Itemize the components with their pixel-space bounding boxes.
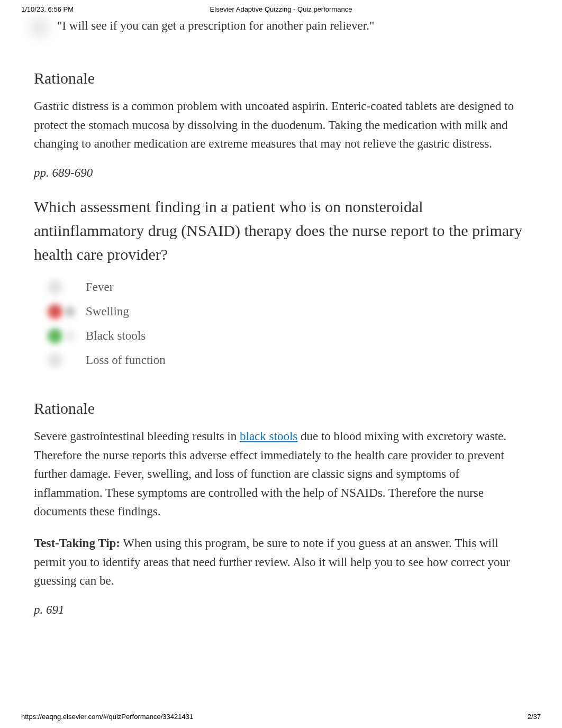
print-url: https://eaqng.elsevier.com/#/quizPerform… [21, 713, 193, 721]
q2-option-black-stools[interactable]: Black stools [34, 329, 528, 343]
q2-option-swelling[interactable]: Swelling [34, 304, 528, 319]
q1-trailing-option-text: "I will see if you can get a prescriptio… [57, 17, 374, 34]
option-label: Loss of function [86, 353, 166, 367]
q2-stem: Which assessment finding in a patient wh… [34, 195, 528, 266]
q2-test-taking-tip: Test-Taking Tip: When using this program… [34, 534, 528, 590]
rationale-pre: Severe gastrointestinal bleeding results… [34, 430, 240, 443]
option-radio-icon [65, 331, 75, 341]
q2-option-loss-of-function[interactable]: Loss of function [34, 353, 528, 368]
correct-marker-icon [48, 329, 62, 343]
q1-page-ref: pp. 689-690 [34, 166, 528, 180]
q2-rationale-heading: Rationale [34, 399, 528, 417]
q2-rationale-body: Severe gastrointestinal bleeding results… [34, 427, 528, 521]
rationale-post: due to blood mixing with excretory waste… [34, 430, 506, 518]
option-radio-icon [30, 17, 50, 38]
option-radio-icon [48, 280, 62, 295]
rationale-link-black-stools[interactable]: black stools [240, 430, 297, 443]
q1-trailing-option-row: "I will see if you can get a prescriptio… [0, 13, 562, 38]
print-title: Elsevier Adaptive Quizzing - Quiz perfor… [0, 5, 562, 13]
option-label: Fever [86, 280, 113, 294]
option-radio-icon [48, 353, 62, 368]
q1-rationale-body: Gastric distress is a common problem wit… [34, 97, 528, 153]
content-area: Rationale Gastric distress is a common p… [0, 69, 562, 617]
incorrect-marker-icon [48, 304, 62, 319]
option-label: Black stools [86, 329, 146, 343]
option-radio-selected-icon [65, 306, 75, 317]
print-footer: https://eaqng.elsevier.com/#/quizPerform… [21, 713, 541, 721]
q2-option-fever[interactable]: Fever [34, 280, 528, 295]
page-root: 1/10/23, 6:56 PM Elsevier Adaptive Quizz… [0, 0, 562, 728]
option-label: Swelling [86, 305, 129, 319]
q2-page-ref: p. 691 [34, 603, 528, 617]
q1-rationale-heading: Rationale [34, 69, 528, 87]
print-header: 1/10/23, 6:56 PM Elsevier Adaptive Quizz… [0, 0, 562, 13]
tip-label: Test-Taking Tip: [34, 536, 120, 550]
print-page-num: 2/37 [528, 713, 541, 721]
print-timestamp: 1/10/23, 6:56 PM [21, 5, 74, 13]
